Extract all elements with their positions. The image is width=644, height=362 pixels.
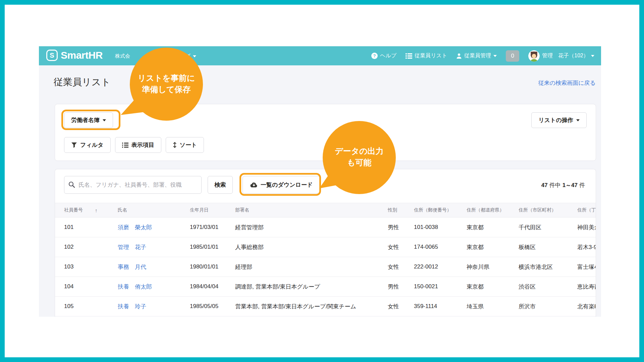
cell-zip: 359-1114 bbox=[414, 303, 467, 310]
nav-help-label: ヘルプ bbox=[380, 52, 396, 59]
search-icon bbox=[68, 181, 75, 188]
cell-prefecture: 東京都 bbox=[467, 283, 519, 291]
nav-employee-mgmt[interactable]: 従業員管理 bbox=[456, 52, 497, 59]
list-actions-dropdown[interactable]: リストの操作 bbox=[531, 112, 587, 128]
cell-gender: 男性 bbox=[388, 283, 414, 291]
chevron-down-icon bbox=[591, 55, 594, 57]
cell-zip: 150-0021 bbox=[414, 283, 467, 290]
sort-label: ソート bbox=[180, 141, 197, 149]
sort-arrows-icon bbox=[173, 142, 177, 148]
cell-employee-no: 103 bbox=[64, 263, 118, 270]
back-to-classic-search-link[interactable]: 従来の検索画面に戻る bbox=[538, 79, 596, 87]
cell-city: 渋谷区 bbox=[519, 283, 577, 291]
col-header-birthdate: 生年月日 bbox=[190, 207, 235, 213]
cell-birthdate: 1980/01/01 bbox=[190, 263, 235, 270]
avatar bbox=[528, 50, 540, 62]
smarthr-app-window: S SmartHR 株式会 ルプ ? ヘルプ 従業員リスト bbox=[39, 46, 601, 317]
cell-employee-no: 105 bbox=[64, 303, 118, 310]
list-select-label: 労働者名簿 bbox=[71, 116, 100, 124]
cell-street: 富士塚4 bbox=[577, 263, 596, 271]
cell-department: 調達部, 営業本部/東日本グループ bbox=[235, 283, 388, 291]
cell-department: 経理部 bbox=[235, 263, 388, 271]
person-icon bbox=[456, 53, 462, 59]
help-icon: ? bbox=[371, 53, 378, 59]
table-row: 102 管理 花子 1985/01/01 人事総務部 女性 174-0065 東… bbox=[55, 237, 596, 257]
cell-gender: 女性 bbox=[388, 263, 414, 271]
cell-gender: 女性 bbox=[388, 243, 414, 251]
cell-gender: 男性 bbox=[388, 224, 414, 231]
cell-gender: 女性 bbox=[388, 303, 414, 310]
cell-birthdate: 1984/04/04 bbox=[190, 283, 235, 290]
cell-employee-no: 102 bbox=[64, 244, 118, 250]
cell-prefecture: 埼玉県 bbox=[467, 303, 519, 310]
callout-bubble-prepare bbox=[119, 46, 207, 125]
cell-street: 神田美倉町 bbox=[577, 224, 596, 231]
callout-bubble-export bbox=[314, 121, 398, 196]
cell-prefecture: 東京都 bbox=[467, 243, 519, 251]
nav-help[interactable]: ? ヘルプ bbox=[371, 52, 396, 59]
nav-employee-list[interactable]: 従業員リスト bbox=[406, 52, 447, 59]
display-columns-button[interactable]: 表示項目 bbox=[115, 137, 161, 153]
cell-birthdate: 1985/05/05 bbox=[190, 303, 235, 310]
table-row: 104 扶養 侑太郎 1984/04/04 調達部, 営業本部/東日本グループ … bbox=[55, 277, 596, 297]
display-columns-label: 表示項目 bbox=[131, 141, 154, 149]
cell-department: 営業本部, 営業本部/東日本グループ/関東チーム bbox=[235, 303, 388, 310]
cell-city: 所沢市 bbox=[519, 303, 577, 310]
col-header-zip: 住所（郵便番号） bbox=[414, 207, 467, 213]
chevron-down-icon bbox=[103, 119, 106, 121]
employee-search-input[interactable] bbox=[64, 176, 202, 194]
col-header-prefecture: 住所（都道府県） bbox=[467, 207, 519, 213]
filter-button[interactable]: フィルタ bbox=[64, 137, 111, 153]
table-row: 103 事務 月代 1980/01/01 経理部 女性 222-0012 神奈川… bbox=[55, 257, 596, 277]
cell-birthdate: 1971/03/01 bbox=[190, 224, 235, 231]
employee-name-link[interactable]: 扶養 侑太郎 bbox=[118, 283, 190, 291]
chevron-down-icon bbox=[576, 119, 580, 121]
smarthr-logo-icon: S bbox=[46, 50, 58, 61]
sort-ascending-icon[interactable]: ↑ bbox=[95, 207, 98, 213]
nav-employee-mgmt-label: 従業員管理 bbox=[464, 52, 491, 59]
employee-name-link[interactable]: 管理 花子 bbox=[118, 243, 190, 251]
search-button[interactable]: 検索 bbox=[208, 176, 233, 194]
notification-badge[interactable]: 0 bbox=[506, 50, 519, 62]
cell-department: 経営管理部 bbox=[235, 224, 388, 231]
col-header-employee-no: 社員番号 bbox=[64, 207, 83, 213]
table-row: 105 扶養 玲子 1985/05/05 営業本部, 営業本部/東日本グループ/… bbox=[55, 297, 596, 316]
cell-city: 千代田区 bbox=[519, 224, 577, 231]
nav-employee-list-label: 従業員リスト bbox=[415, 52, 447, 59]
cell-birthdate: 1985/01/01 bbox=[190, 244, 235, 250]
cell-department: 人事総務部 bbox=[235, 243, 388, 251]
col-header-gender: 性別 bbox=[388, 207, 414, 213]
smarthr-logo[interactable]: S SmartHR bbox=[46, 50, 103, 61]
brand-name: SmartHR bbox=[61, 50, 103, 61]
search-button-label: 検索 bbox=[215, 181, 226, 189]
table-header-row: 社員番号 ↑ 氏名 生年月日 部署名 性別 住所（郵便番号） 住所（都道府県） … bbox=[55, 203, 596, 218]
download-list-label: 一覧のダウンロード bbox=[261, 181, 313, 189]
download-list-button[interactable]: 一覧のダウンロード bbox=[243, 176, 320, 194]
cloud-download-icon bbox=[250, 182, 258, 188]
sort-button[interactable]: ソート bbox=[166, 137, 204, 153]
user-menu[interactable]: 管理 花子（102） bbox=[528, 50, 594, 62]
cell-prefecture: 東京都 bbox=[467, 224, 519, 231]
list-actions-label: リストの操作 bbox=[538, 116, 573, 124]
list-select-dropdown[interactable]: 労働者名簿 bbox=[64, 112, 113, 128]
chevron-down-icon bbox=[493, 55, 497, 57]
employee-name-link[interactable]: 扶養 玲子 bbox=[118, 303, 190, 310]
col-header-department: 部署名 bbox=[235, 207, 388, 213]
filter-label: フィルタ bbox=[80, 141, 104, 149]
cell-street: 恵比寿西 bbox=[577, 283, 596, 291]
cell-prefecture: 神奈川県 bbox=[467, 263, 519, 271]
list-icon bbox=[406, 53, 412, 59]
page-title: 従業員リスト bbox=[54, 76, 111, 88]
cell-employee-no: 101 bbox=[64, 224, 118, 231]
table-body: 101 須磨 榮太郎 1971/03/01 経営管理部 男性 101-0038 … bbox=[55, 218, 596, 316]
column-list-icon bbox=[122, 142, 128, 148]
cell-street: 若木3-9 bbox=[577, 243, 596, 251]
funnel-icon bbox=[71, 142, 77, 148]
result-count: 47件中1～47件 bbox=[541, 181, 587, 189]
cell-employee-no: 104 bbox=[64, 283, 118, 290]
employee-name-link[interactable]: 事務 月代 bbox=[118, 263, 190, 271]
cell-city: 板橋区 bbox=[519, 243, 577, 251]
table-row: 101 須磨 榮太郎 1971/03/01 経営管理部 男性 101-0038 … bbox=[55, 218, 596, 237]
employee-name-link[interactable]: 須磨 榮太郎 bbox=[118, 224, 190, 231]
col-header-street: 住所（丁目・番地） bbox=[577, 207, 596, 213]
